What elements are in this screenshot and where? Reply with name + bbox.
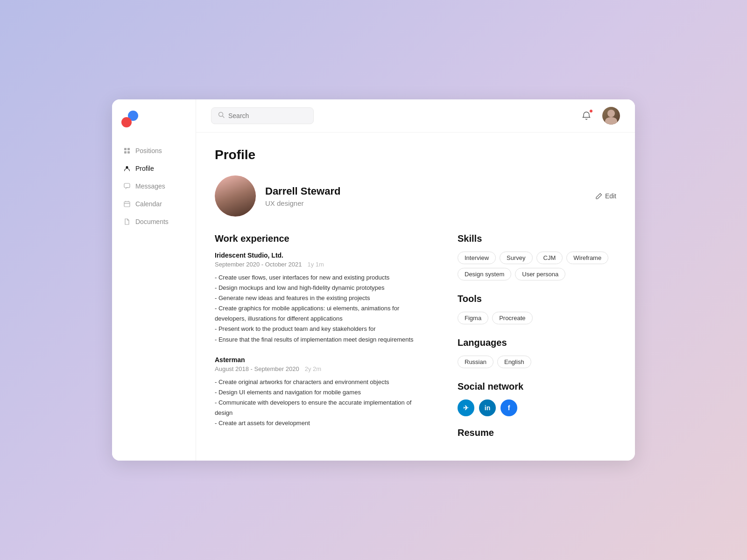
sidebar-item-messages-label: Messages xyxy=(135,182,165,190)
job-item-1: Iridescent Studio, Ltd. September 2020 -… xyxy=(215,252,430,345)
skills-tags: Interview Survey CJM Wireframe Design sy… xyxy=(458,252,616,280)
bullet-1-1: - Create user flows, user interfaces for… xyxy=(215,273,430,283)
svg-rect-6 xyxy=(124,202,130,207)
sidebar-item-calendar[interactable]: Calendar xyxy=(118,196,190,212)
social-network-section: Social network ✈ in f xyxy=(458,381,616,416)
job-company-2: Asterman xyxy=(215,356,430,364)
svg-point-4 xyxy=(126,166,128,168)
skill-tag-1: Survey xyxy=(500,252,532,264)
svg-rect-1 xyxy=(127,148,130,150)
sidebar-item-profile-label: Profile xyxy=(135,165,154,172)
tool-tag-1: Procreate xyxy=(492,312,532,324)
bullet-2-3: - Communicate with developers to ensure … xyxy=(215,398,430,418)
sidebar-item-messages[interactable]: Messages xyxy=(118,178,190,195)
header-right xyxy=(578,107,620,125)
languages-title: Languages xyxy=(458,337,616,348)
bullet-1-4: - Create graphics for mobile application… xyxy=(215,303,430,324)
languages-tags: Russian English xyxy=(458,356,616,368)
profile-header: Darrell Steward UX designer Edit xyxy=(215,175,616,217)
document-icon xyxy=(123,218,131,225)
search-input[interactable] xyxy=(228,112,307,119)
page-title: Profile xyxy=(215,147,616,162)
user-avatar xyxy=(602,107,620,125)
resume-section: Resume xyxy=(458,427,616,438)
notification-dot xyxy=(589,109,593,113)
sidebar-item-documents[interactable]: Documents xyxy=(118,213,190,230)
skills-section: Skills Interview Survey CJM Wireframe De… xyxy=(458,233,616,280)
skill-tag-4: Design system xyxy=(458,268,511,280)
resume-title: Resume xyxy=(458,427,616,438)
edit-button[interactable]: Edit xyxy=(596,192,616,200)
profile-avatar-inner xyxy=(215,175,256,217)
app-window: Positions Profile Mess xyxy=(112,99,635,461)
tools-tags: Figma Procreate xyxy=(458,312,616,324)
search-box[interactable] xyxy=(211,107,314,124)
search-icon xyxy=(218,112,225,120)
logo xyxy=(112,111,196,142)
job-bullets-2: - Create original artworks for character… xyxy=(215,377,430,428)
grid-icon xyxy=(123,147,131,154)
job-item-2: Asterman August 2018 - September 2020 2y… xyxy=(215,356,430,428)
social-icons: ✈ in f xyxy=(458,399,616,416)
chat-icon xyxy=(123,182,131,190)
language-tag-1: English xyxy=(497,356,531,368)
bullet-2-1: - Create original artworks for character… xyxy=(215,377,430,387)
sidebar-item-calendar-label: Calendar xyxy=(135,200,162,208)
profile-name: Darrell Steward xyxy=(265,185,340,197)
job-dates-2: August 2018 - September 2020 2y 2m xyxy=(215,365,430,372)
job-duration-1: 1y 1m xyxy=(307,261,324,268)
work-experience-title: Work experience xyxy=(215,233,430,244)
profile-info: Darrell Steward UX designer xyxy=(215,175,340,217)
bullet-1-2: - Design mockups and low and high-fideli… xyxy=(215,283,430,293)
skills-col: Skills Interview Survey CJM Wireframe De… xyxy=(458,233,616,446)
svg-line-11 xyxy=(223,116,225,118)
job-date-range-1: September 2020 - October 2021 xyxy=(215,261,302,268)
bullet-2-2: - Design UI elements and navigation for … xyxy=(215,387,430,398)
job-dates-1: September 2020 - October 2021 1y 1m xyxy=(215,261,430,268)
social-network-title: Social network xyxy=(458,381,616,392)
bullet-1-6: - Ensure that the final results of imple… xyxy=(215,335,430,345)
sidebar-item-profile[interactable]: Profile xyxy=(118,160,190,177)
sidebar: Positions Profile Mess xyxy=(112,99,196,461)
telegram-icon[interactable]: ✈ xyxy=(458,399,474,416)
tools-section: Tools Figma Procreate xyxy=(458,294,616,324)
bullet-2-4: - Create art assets for development xyxy=(215,418,430,428)
work-experience-col: Work experience Iridescent Studio, Ltd. … xyxy=(215,233,430,446)
sidebar-item-positions[interactable]: Positions xyxy=(118,142,190,159)
skill-tag-5: User persona xyxy=(515,268,565,280)
svg-rect-5 xyxy=(124,183,130,188)
job-company-1: Iridescent Studio, Ltd. xyxy=(215,252,430,259)
bullet-1-3: - Generate new ideas and features in the… xyxy=(215,293,430,303)
profile-role: UX designer xyxy=(265,199,340,207)
sidebar-item-positions-label: Positions xyxy=(135,147,162,154)
calendar-icon xyxy=(123,200,131,208)
job-date-range-2: August 2018 - September 2020 xyxy=(215,365,299,372)
bullet-1-5: - Present work to the product team and k… xyxy=(215,324,430,334)
language-tag-0: Russian xyxy=(458,356,493,368)
sidebar-item-documents-label: Documents xyxy=(135,218,169,225)
main-panel: Profile Darrell Steward UX designer xyxy=(196,99,635,461)
profile-text: Darrell Steward UX designer xyxy=(265,185,340,207)
profile-avatar xyxy=(215,175,256,217)
sidebar-nav: Positions Profile Mess xyxy=(112,142,196,230)
app-logo-icon xyxy=(121,111,138,127)
notification-button[interactable] xyxy=(578,107,595,124)
logo-circle-red xyxy=(121,117,132,127)
skill-tag-2: CJM xyxy=(536,252,563,264)
skill-tag-0: Interview xyxy=(458,252,496,264)
job-duration-2: 2y 2m xyxy=(305,365,321,372)
linkedin-icon[interactable]: in xyxy=(479,399,496,416)
edit-label: Edit xyxy=(605,192,616,200)
two-col-layout: Work experience Iridescent Studio, Ltd. … xyxy=(215,233,616,446)
svg-rect-3 xyxy=(127,151,130,154)
skill-tag-3: Wireframe xyxy=(566,252,608,264)
job-bullets-1: - Create user flows, user interfaces for… xyxy=(215,273,430,345)
content-area: Profile Darrell Steward UX designer xyxy=(196,133,635,461)
user-avatar-button[interactable] xyxy=(602,107,620,125)
tool-tag-0: Figma xyxy=(458,312,488,324)
facebook-icon[interactable]: f xyxy=(500,399,517,416)
skills-title: Skills xyxy=(458,233,616,244)
header xyxy=(196,99,635,133)
user-icon xyxy=(123,165,131,172)
languages-section: Languages Russian English xyxy=(458,337,616,368)
